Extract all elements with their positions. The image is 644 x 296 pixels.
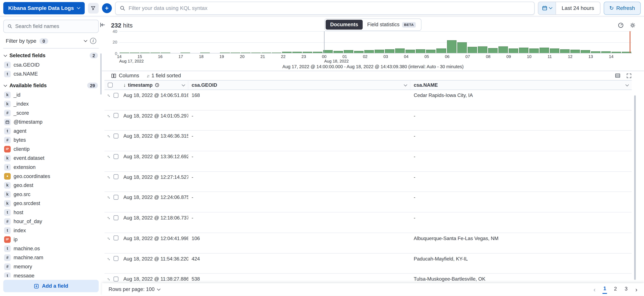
field-list-item[interactable]: tagent [3, 127, 99, 136]
histogram-bar[interactable] [150, 52, 160, 53]
timestamp-cell[interactable]: Aug 18, 2022 @ 13:36:12.692 [120, 151, 188, 171]
time-range-button[interactable]: Last 24 hours [556, 2, 600, 14]
field-list-item[interactable]: kevent.dataset [3, 154, 99, 163]
histogram-bar[interactable] [406, 50, 415, 53]
field-list-item[interactable]: ●geo.coordinates [3, 172, 99, 181]
timestamp-cell[interactable]: Aug 18, 2022 @ 13:46:36.315 [120, 131, 188, 151]
csa-geoid-cell[interactable]: 106 [188, 233, 410, 253]
histogram-bar[interactable] [488, 48, 498, 53]
select-row-checkbox[interactable] [114, 276, 118, 281]
histogram-bar[interactable] [560, 49, 570, 53]
histogram-bar[interactable] [385, 49, 394, 53]
expand-document-icon[interactable]: ↔ [106, 235, 112, 241]
histogram-bar[interactable] [602, 51, 611, 53]
histogram-bar[interactable] [241, 52, 250, 53]
collapse-sidebar-button[interactable] [99, 21, 106, 28]
column-header-csa-geoid[interactable]: csa.GEOID [188, 81, 410, 90]
field-list-item[interactable]: textension [3, 163, 99, 172]
field-list-item[interactable]: tcsa.GEOID [3, 60, 99, 69]
csa-geoid-cell[interactable]: - [188, 131, 410, 151]
csa-name-cell[interactable]: Paducah-Mayfield, KY-IL [410, 254, 632, 273]
histogram-bar[interactable] [161, 52, 170, 53]
csa-name-cell[interactable]: Cedar Rapids-Iowa City, IA [410, 90, 632, 110]
csa-geoid-cell[interactable]: 424 [188, 254, 410, 273]
timestamp-cell[interactable]: Aug 18, 2022 @ 14:06:51.816 [120, 90, 188, 110]
csa-geoid-cell[interactable]: - [188, 172, 410, 192]
data-view-picker-button[interactable]: Kibana Sample Data Logs [3, 2, 84, 14]
histogram-bar[interactable] [436, 48, 446, 53]
field-list-item[interactable]: #bytes [3, 136, 99, 145]
histogram-bar[interactable] [498, 46, 508, 53]
sidebar-scrollbar[interactable] [100, 53, 102, 95]
histogram-bar[interactable] [292, 52, 302, 53]
histogram-bar[interactable] [416, 49, 425, 53]
tab-documents[interactable]: Documents [326, 20, 363, 30]
select-row-checkbox[interactable] [114, 154, 118, 159]
csa-name-cell[interactable]: Albuquerque-Santa Fe-Las Vegas, NM [410, 233, 632, 253]
filter-by-type-row[interactable]: Filter by type 0 i [3, 33, 99, 48]
field-list-item[interactable]: k_index [3, 99, 99, 109]
column-header-timestamp[interactable]: ↓ timestamp [120, 81, 188, 90]
histogram-bar[interactable] [364, 50, 374, 53]
histogram-bar[interactable] [313, 52, 322, 53]
field-search-input[interactable] [15, 23, 95, 29]
field-list-item[interactable]: #machine.ram [3, 253, 99, 262]
expand-document-icon[interactable]: ↔ [106, 215, 112, 221]
kql-query-input[interactable] [128, 5, 530, 11]
column-header-csa-name[interactable]: csa.NAME [410, 81, 632, 90]
field-list-item[interactable]: thost [3, 208, 99, 217]
histogram-bar[interactable] [509, 48, 518, 53]
histogram-bar[interactable] [447, 40, 456, 53]
field-list-item[interactable]: IPclientip [3, 145, 99, 154]
field-list-item[interactable]: tindex [3, 226, 99, 235]
histogram-bar[interactable] [282, 52, 292, 53]
column-actions-chevron-icon[interactable] [182, 83, 185, 86]
select-row-checkbox[interactable] [114, 93, 118, 98]
select-all-checkbox[interactable] [108, 83, 112, 87]
field-list-item[interactable]: tcsa.NAME [3, 69, 99, 78]
histogram-bar[interactable] [478, 46, 487, 53]
histogram-bar[interactable] [303, 52, 312, 53]
histogram-bar[interactable] [120, 52, 129, 53]
field-list-item[interactable]: kgeo.dest [3, 181, 99, 190]
histogram-bar[interactable] [200, 52, 210, 53]
sort-fields-button[interactable]: ↓↑ 1 field sorted [146, 73, 181, 78]
csa-name-cell[interactable]: - [410, 172, 632, 192]
histogram-bar[interactable] [612, 52, 621, 53]
field-list-item[interactable]: kgeo.src [3, 190, 99, 199]
field-list-item[interactable]: @timestamp [3, 117, 99, 127]
columns-button[interactable]: Columns [111, 73, 139, 78]
page-button-1[interactable]: 1 [602, 285, 607, 294]
csa-name-cell[interactable]: - [410, 213, 632, 233]
expand-document-icon[interactable]: ↔ [106, 174, 112, 180]
histogram-bar[interactable] [591, 51, 600, 53]
histogram-bar[interactable] [354, 51, 364, 53]
csa-name-cell[interactable]: - [410, 192, 632, 212]
available-fields-header[interactable]: Available fields 29 [3, 78, 99, 90]
csa-geoid-cell[interactable]: - [188, 213, 410, 233]
next-page-button[interactable]: › [634, 286, 638, 293]
field-list-item[interactable]: #memory [3, 262, 99, 271]
select-row-checkbox[interactable] [114, 236, 118, 241]
select-row-checkbox[interactable] [114, 174, 118, 179]
csa-geoid-cell[interactable]: 538 [188, 274, 410, 283]
csa-name-cell[interactable]: Tulsa-Muskogee-Bartlesville, OK [410, 274, 632, 283]
expand-document-icon[interactable]: ↔ [106, 276, 112, 282]
csa-geoid-cell[interactable]: - [188, 192, 410, 212]
expand-document-icon[interactable]: ↔ [106, 133, 112, 139]
csa-name-cell[interactable]: - [410, 151, 632, 171]
inspect-button[interactable] [618, 22, 624, 28]
histogram-bar[interactable] [519, 47, 528, 53]
add-filter-button[interactable]: + [102, 3, 112, 13]
timestamp-cell[interactable]: Aug 18, 2022 @ 11:38:27.886 [120, 274, 188, 283]
chart-options-button[interactable] [630, 22, 636, 28]
histogram-bar[interactable] [426, 50, 436, 53]
histogram-bar[interactable] [570, 50, 580, 53]
histogram-bar[interactable] [140, 52, 150, 53]
timestamp-cell[interactable]: Aug 18, 2022 @ 12:27:14.527 [120, 172, 188, 192]
refresh-button[interactable]: ↻ Refresh [604, 1, 641, 14]
fullscreen-button[interactable] [626, 73, 632, 78]
histogram-bar[interactable] [272, 52, 281, 53]
histogram-bar[interactable] [251, 52, 260, 53]
expand-document-icon[interactable]: ↔ [106, 194, 112, 201]
